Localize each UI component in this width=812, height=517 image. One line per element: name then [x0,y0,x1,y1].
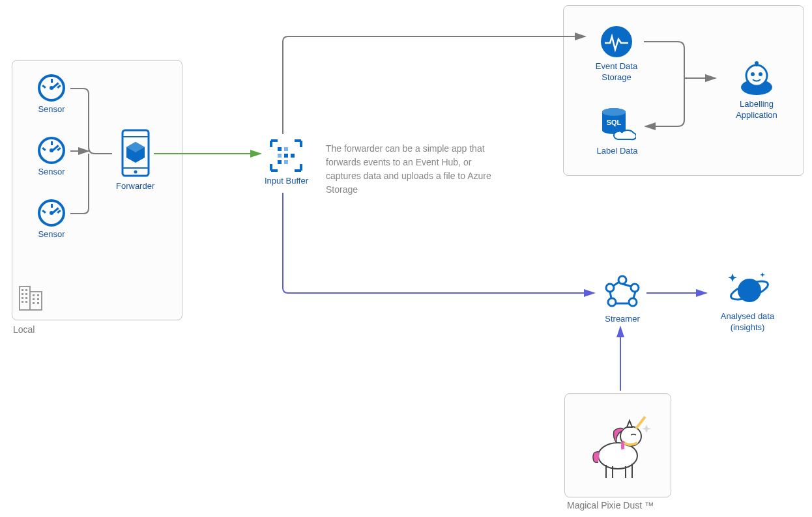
svg-rect-22 [278,147,282,151]
event-hub-icon [268,138,304,173]
node-event-data: Event Data Storage [590,25,643,83]
node-sensor-3-label: Sensor [38,229,65,240]
node-unicorn [584,405,656,483]
sql-database-icon: SQL [598,105,636,143]
mobile-device-icon [119,129,152,178]
node-labelling-label: Labelling Application [721,99,792,121]
svg-rect-12 [22,297,23,299]
svg-point-34 [746,65,767,86]
node-sensor-1: Sensor [38,74,65,115]
group-pixie-label: Magical Pixie Dust ™ [567,500,654,510]
svg-rect-20 [33,302,35,304]
node-analysed-label: Analysed data (insights) [712,311,783,333]
svg-rect-23 [284,147,288,151]
svg-rect-18 [33,298,35,300]
svg-point-35 [751,72,755,76]
gauge-icon [38,199,65,227]
svg-point-31 [602,108,626,116]
stream-analytics-icon [604,275,641,311]
gauge-icon [38,137,65,164]
svg-rect-8 [22,289,23,291]
node-input-buffer-label: Input Buffer [265,176,308,187]
node-sensor-2-label: Sensor [38,167,65,178]
svg-text:SQL: SQL [607,119,622,126]
svg-rect-16 [33,294,35,296]
svg-rect-9 [25,289,27,291]
svg-point-42 [608,298,616,306]
node-streamer-label: Streamer [605,314,639,325]
node-input-buffer: Input Buffer [265,138,308,187]
planet-icon [726,270,769,309]
node-analysed: Analysed data (insights) [712,270,783,333]
node-sensor-2: Sensor [38,137,65,178]
svg-rect-10 [22,293,23,295]
svg-rect-11 [25,293,27,295]
svg-rect-17 [37,294,39,296]
svg-point-3 [134,171,137,174]
svg-point-37 [755,61,759,65]
svg-marker-47 [760,272,765,277]
unicorn-icon [584,405,656,483]
svg-marker-54 [642,425,651,433]
svg-rect-19 [37,298,39,300]
svg-rect-26 [291,154,295,158]
svg-rect-6 [20,286,30,310]
node-label-data: SQL Label Data [592,105,643,157]
svg-point-29 [601,26,632,57]
svg-rect-27 [278,160,282,164]
node-forwarder: Forwarder [116,129,154,192]
node-labelling: Labelling Application [721,60,792,121]
svg-rect-14 [22,301,23,303]
node-label-data-label: Label Data [597,146,638,157]
gauge-icon [38,74,65,102]
svg-marker-46 [728,273,737,282]
node-event-data-label: Event Data Storage [590,61,643,83]
svg-rect-13 [25,297,27,299]
node-streamer: Streamer [600,275,645,325]
svg-rect-7 [30,292,42,310]
svg-rect-24 [278,154,282,158]
svg-rect-28 [284,160,288,164]
node-forwarder-label: Forwarder [116,181,154,192]
svg-point-41 [629,298,637,306]
svg-rect-15 [25,301,27,303]
node-sensor-1-label: Sensor [38,104,65,115]
description-text: The forwarder can be a simple app that f… [326,142,495,197]
svg-point-36 [759,72,762,76]
svg-point-40 [631,284,639,292]
buildings-icon [18,283,44,311]
svg-rect-25 [284,154,288,158]
node-sensor-3: Sensor [38,199,65,240]
group-local-label: Local [13,324,35,335]
bot-icon [738,60,775,96]
pulse-circle-icon [600,25,633,59]
svg-rect-21 [37,302,39,304]
